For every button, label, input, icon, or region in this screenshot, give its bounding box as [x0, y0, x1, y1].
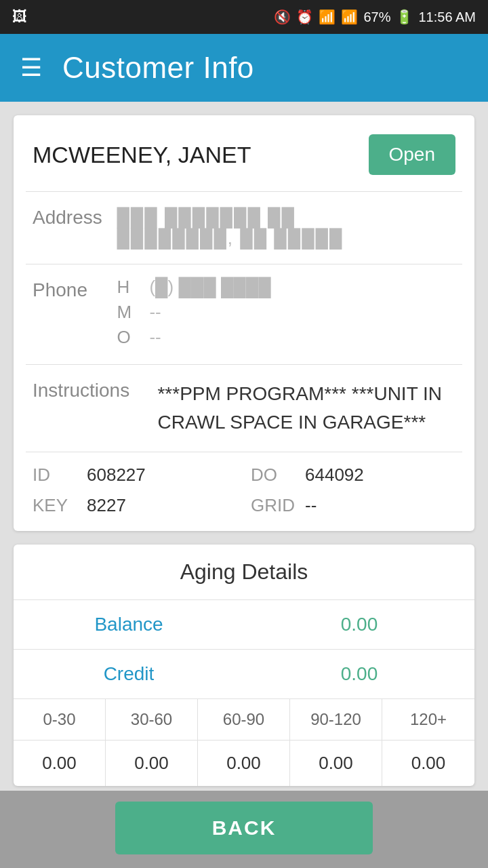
back-button[interactable]: BACK — [115, 802, 373, 854]
phone-h-row: H (█) ███ ████ — [117, 277, 270, 298]
col-header-90-120: 90-120 — [290, 699, 382, 740]
open-button[interactable]: Open — [369, 134, 456, 175]
col-header-30-60: 30-60 — [106, 699, 198, 740]
customer-info-card: MCWEENEY, JANET Open Address ███ ███████… — [14, 115, 474, 531]
phone-o-type: O — [117, 327, 141, 348]
phone-m-row: M -- — [117, 302, 270, 323]
app-bar: ☰ Customer Info — [0, 34, 488, 102]
customer-header: MCWEENEY, JANET Open — [14, 115, 474, 191]
id-item: ID 608227 — [33, 465, 237, 486]
address-label: Address — [33, 207, 114, 229]
id-label: ID — [33, 465, 80, 486]
col-header-120plus: 120+ — [382, 699, 474, 740]
val-0-30: 0.00 — [14, 741, 106, 786]
grid-item: GRID -- — [251, 495, 455, 516]
col-header-60-90: 60-90 — [198, 699, 290, 740]
id-section: ID 608227 DO 644092 KEY 8227 GRID -- — [14, 452, 474, 531]
main-content: MCWEENEY, JANET Open Address ███ ███████… — [0, 102, 488, 791]
phone-h-value: (█) ███ ████ — [149, 277, 270, 298]
instructions-label: Instructions — [33, 380, 155, 401]
battery-icon: 🔋 — [396, 9, 413, 25]
aging-details-card: Aging Details Balance 0.00 Credit 0.00 0… — [14, 545, 474, 786]
key-label: KEY — [33, 495, 80, 516]
mute-icon: 🔇 — [274, 9, 291, 25]
do-label: DO — [251, 465, 298, 486]
alarm-icon: ⏰ — [296, 9, 313, 25]
signal-icon: 📶 — [341, 9, 358, 25]
clock: 11:56 AM — [418, 9, 476, 25]
credit-row: Credit 0.00 — [14, 650, 474, 699]
address-value: ███ ███████ ██ ████████, ██ █████ — [117, 207, 343, 249]
id-value: 608227 — [87, 465, 146, 486]
grid-value: -- — [305, 495, 317, 516]
page-title: Customer Info — [62, 51, 254, 85]
back-button-container: BACK — [0, 791, 488, 868]
balance-value: 0.00 — [244, 600, 474, 649]
phone-o-value: -- — [149, 327, 161, 348]
aging-grid-values: 0.00 0.00 0.00 0.00 0.00 — [14, 741, 474, 786]
phone-section: Phone H (█) ███ ████ M -- O -- — [14, 264, 474, 364]
grid-label: GRID — [251, 495, 298, 516]
address-line2: ████████, ██ █████ — [117, 228, 343, 249]
address-line1: ███ ███████ ██ — [117, 207, 343, 228]
status-left: 🖼 — [12, 8, 27, 26]
menu-icon[interactable]: ☰ — [20, 56, 42, 80]
phone-h-type: H — [117, 277, 141, 298]
wifi-icon: 📶 — [319, 9, 336, 25]
key-item: KEY 8227 — [33, 495, 237, 516]
val-30-60: 0.00 — [106, 741, 198, 786]
credit-label: Credit — [14, 650, 244, 698]
balance-row: Balance 0.00 — [14, 600, 474, 650]
val-60-90: 0.00 — [198, 741, 290, 786]
val-120plus: 0.00 — [382, 741, 474, 786]
photo-icon: 🖼 — [12, 8, 27, 26]
status-bar: 🖼 🔇 ⏰ 📶 📶 67% 🔋 11:56 AM — [0, 0, 488, 34]
instructions-value: ***PPM PROGRAM*** ***UNIT IN CRAWL SPACE… — [157, 380, 449, 437]
aging-title: Aging Details — [14, 545, 474, 600]
key-value: 8227 — [87, 495, 126, 516]
phone-m-type: M — [117, 302, 141, 323]
phone-o-row: O -- — [117, 327, 270, 348]
customer-name: MCWEENEY, JANET — [33, 142, 251, 168]
aging-grid-header: 0-30 30-60 60-90 90-120 120+ — [14, 699, 474, 741]
status-right: 🔇 ⏰ 📶 📶 67% 🔋 11:56 AM — [274, 9, 476, 25]
do-value: 644092 — [305, 465, 364, 486]
battery-percentage: 67% — [363, 9, 390, 25]
balance-label: Balance — [14, 600, 244, 649]
phone-label: Phone — [33, 279, 114, 301]
phone-m-value: -- — [149, 302, 161, 323]
instructions-section: Instructions ***PPM PROGRAM*** ***UNIT I… — [14, 365, 474, 452]
col-header-0-30: 0-30 — [14, 699, 106, 740]
phone-rows: H (█) ███ ████ M -- O -- — [117, 277, 270, 352]
address-row: Address ███ ███████ ██ ████████, ██ ████… — [14, 192, 474, 264]
credit-value: 0.00 — [244, 650, 474, 698]
do-item: DO 644092 — [251, 465, 455, 486]
val-90-120: 0.00 — [290, 741, 382, 786]
